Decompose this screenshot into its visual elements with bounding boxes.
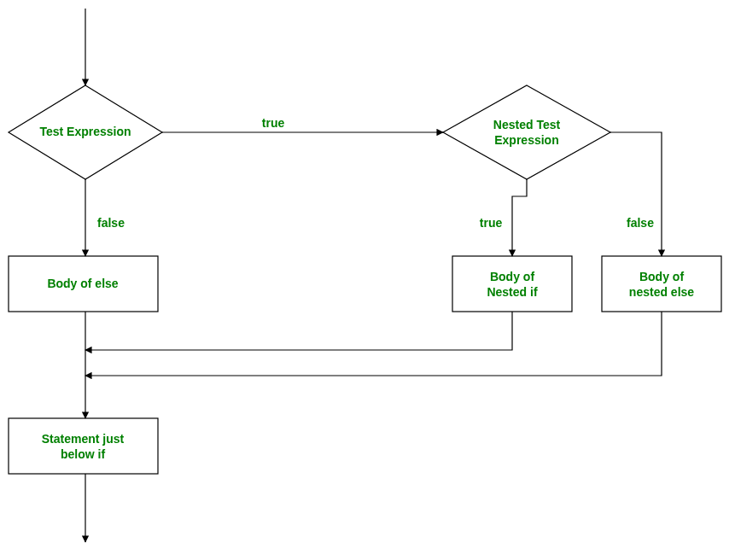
label-body-nested-else-line2: nested else bbox=[629, 285, 694, 299]
label-test-expression: Test Expression bbox=[39, 125, 131, 138]
label-edge-test-true: true bbox=[262, 116, 285, 130]
process-body-of-nested-if: Body of Nested if bbox=[452, 256, 572, 312]
label-nested-test-expression-line2: Expression bbox=[494, 133, 558, 147]
svg-rect-5 bbox=[9, 418, 158, 474]
label-body-nested-if-line1: Body of bbox=[490, 270, 534, 283]
edge-nested-true bbox=[512, 179, 527, 256]
label-edge-test-false: false bbox=[97, 216, 125, 230]
edge-nested-if-merge bbox=[85, 312, 512, 350]
edge-nested-else-merge bbox=[85, 312, 662, 376]
label-body-of-else: Body of else bbox=[47, 277, 118, 290]
process-statement-below-if: Statement just below if bbox=[9, 418, 158, 474]
label-body-nested-else-line1: Body of bbox=[639, 270, 684, 283]
label-nested-test-expression-line1: Nested Test bbox=[493, 118, 561, 131]
label-edge-nested-true: true bbox=[480, 216, 503, 230]
svg-rect-4 bbox=[602, 256, 721, 312]
svg-rect-3 bbox=[452, 256, 572, 312]
label-statement-below-if-line2: below if bbox=[61, 447, 105, 461]
process-body-of-nested-else: Body of nested else bbox=[602, 256, 721, 312]
edge-nested-false bbox=[610, 132, 662, 256]
process-body-of-else: Body of else bbox=[9, 256, 158, 312]
decision-test-expression: Test Expression bbox=[9, 85, 162, 179]
label-body-nested-if-line2: Nested if bbox=[487, 285, 537, 299]
decision-nested-test-expression: Nested Test Expression bbox=[443, 85, 610, 179]
label-statement-below-if-line1: Statement just bbox=[42, 432, 125, 446]
label-edge-nested-false: false bbox=[627, 216, 654, 230]
